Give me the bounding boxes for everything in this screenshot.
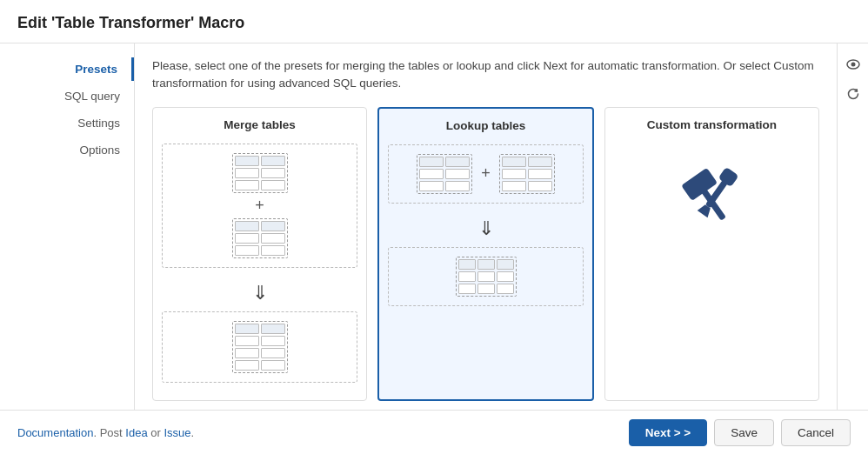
custom-transformation-title: Custom transformation <box>647 118 777 131</box>
sidebar-item-options[interactable]: Options <box>0 138 134 162</box>
page-header: Edit 'Table Transformer' Macro <box>0 0 868 43</box>
custom-transformation-card[interactable]: Custom transformation <box>604 107 819 401</box>
preset-cards: Merge tables + <box>152 107 819 401</box>
main-layout: Presets SQL query Settings Options Pleas… <box>0 43 868 410</box>
sidebar-item-settings[interactable]: Settings <box>0 111 134 135</box>
merge-plus-icon: + <box>255 197 264 215</box>
lookup-table2 <box>499 154 555 194</box>
lookup-arrow-down-icon: ⇓ <box>478 217 494 240</box>
footer-links: Documentation. Post Idea or Issue. <box>17 426 194 439</box>
lookup-table1 <box>417 154 472 194</box>
svg-point-6 <box>851 63 855 67</box>
tools-icon <box>673 161 751 239</box>
content-area: Please, select one of the presets for me… <box>135 43 837 410</box>
page-title: Edit 'Table Transformer' Macro <box>17 14 851 32</box>
documentation-link[interactable]: Documentation <box>17 426 93 439</box>
issue-link[interactable]: Issue <box>164 426 190 439</box>
lookup-inner-bottom <box>388 247 584 306</box>
merge-tables-card[interactable]: Merge tables + <box>152 107 367 401</box>
sidebar-item-presets[interactable]: Presets <box>0 57 134 81</box>
lookup-tables-title: Lookup tables <box>446 119 526 132</box>
save-button[interactable]: Save <box>714 419 774 446</box>
eye-icon[interactable] <box>843 54 864 75</box>
sidebar-item-sql-query[interactable]: SQL query <box>0 84 134 108</box>
idea-link[interactable]: Idea <box>125 426 147 439</box>
lookup-result-table <box>456 257 517 297</box>
footer-period: . <box>191 426 195 439</box>
next-button[interactable]: Next > > <box>629 419 708 446</box>
merge-inner-bottom <box>162 311 357 383</box>
merge-table1 <box>232 153 288 193</box>
merge-arrow-down-icon: ⇓ <box>252 282 268 304</box>
cancel-button[interactable]: Cancel <box>781 419 851 446</box>
footer-post-text: . Post <box>93 426 125 439</box>
lookup-plus-icon: + <box>481 164 491 183</box>
footer-or-text: or <box>148 426 164 439</box>
right-sidebar-icons <box>837 43 868 410</box>
merge-inner-top: + <box>162 144 357 268</box>
merge-table2 <box>232 218 288 258</box>
lookup-inner-top: + <box>388 144 584 204</box>
description-text: Please, select one of the presets for me… <box>152 57 819 93</box>
refresh-icon[interactable] <box>843 84 864 104</box>
footer: Documentation. Post Idea or Issue. Next … <box>0 410 868 455</box>
custom-icon-container <box>673 161 751 239</box>
merge-result-table <box>232 321 288 373</box>
merge-tables-title: Merge tables <box>224 118 296 131</box>
footer-buttons: Next > > Save Cancel <box>629 419 851 446</box>
lookup-tables-card[interactable]: Lookup tables + <box>377 107 594 401</box>
sidebar: Presets SQL query Settings Options <box>0 43 135 410</box>
